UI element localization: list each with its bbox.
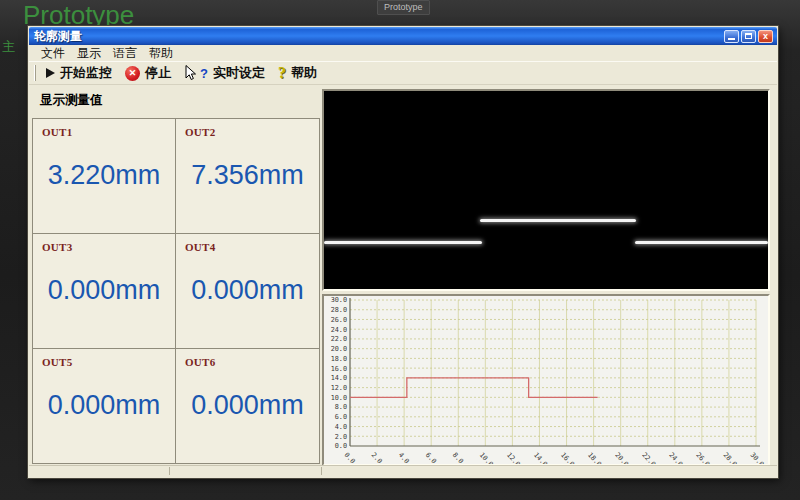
measurement-chart: 0.02.04.06.08.010.012.014.016.018.020.02… — [322, 294, 770, 466]
svg-text:28.0: 28.0 — [331, 306, 347, 314]
restore-button[interactable] — [741, 30, 756, 43]
svg-text:4.0: 4.0 — [335, 423, 347, 431]
svg-text:8.0: 8.0 — [335, 403, 347, 411]
svg-text:4.0: 4.0 — [397, 451, 411, 464]
svg-text:22.0: 22.0 — [640, 451, 657, 464]
play-icon — [46, 68, 55, 78]
panel-title: 显示测量值 — [32, 84, 320, 109]
window-controls: x — [724, 30, 777, 43]
menu-bar: 文件 显示 语言 帮助 — [29, 45, 777, 61]
svg-text:14.0: 14.0 — [331, 374, 347, 382]
minimize-icon — [728, 38, 735, 40]
start-monitoring-label: 开始监控 — [60, 64, 112, 82]
output-value: 0.000mm — [33, 368, 175, 463]
laser-line-segment — [480, 219, 635, 222]
svg-text:16.0: 16.0 — [559, 451, 576, 464]
output-label: OUT4 — [185, 241, 319, 253]
status-divider — [169, 467, 170, 475]
svg-text:28.0: 28.0 — [721, 451, 738, 464]
output-label: OUT5 — [42, 356, 175, 368]
svg-text:30.0: 30.0 — [331, 296, 347, 304]
svg-text:14.0: 14.0 — [532, 451, 549, 464]
svg-text:20.0: 20.0 — [331, 345, 347, 353]
window-titlebar[interactable]: 轮廓测量 x — [29, 27, 777, 45]
output-label: OUT3 — [42, 241, 175, 253]
desktop-partial-text: 主 — [2, 38, 15, 56]
menu-file[interactable]: 文件 — [35, 45, 71, 62]
output-cell-out3: OUT3 0.000mm — [33, 234, 175, 348]
laser-line-segment — [635, 241, 768, 244]
svg-text:30.0: 30.0 — [749, 451, 766, 464]
svg-text:8.0: 8.0 — [451, 451, 465, 464]
output-cell-out5: OUT5 0.000mm — [33, 349, 175, 463]
svg-text:0.0: 0.0 — [343, 451, 357, 464]
output-cell-out6: OUT6 0.000mm — [176, 349, 319, 463]
laser-line-segment — [324, 241, 482, 244]
cursor-icon — [184, 65, 198, 81]
start-monitoring-button[interactable]: 开始监控 — [46, 64, 112, 82]
help-button[interactable]: ? 帮助 — [278, 64, 317, 82]
prototype-taskbar-button[interactable]: Prototype — [377, 0, 430, 15]
output-label: OUT1 — [42, 126, 175, 138]
menu-language[interactable]: 语言 — [107, 45, 143, 62]
app-window: 轮廓测量 x 文件 显示 语言 帮助 开始监控 ✕ 停止 ? 实时设定 — [28, 26, 778, 478]
svg-text:18.0: 18.0 — [586, 451, 603, 464]
svg-text:26.0: 26.0 — [331, 316, 347, 324]
svg-text:10.0: 10.0 — [331, 394, 347, 402]
help-label: 帮助 — [291, 64, 317, 82]
help-icon: ? — [278, 64, 286, 82]
output-cell-out2: OUT2 7.356mm — [176, 119, 319, 233]
menu-help[interactable]: 帮助 — [143, 45, 179, 62]
svg-text:12.0: 12.0 — [331, 384, 347, 392]
stop-label: 停止 — [145, 64, 171, 82]
output-grid: OUT1 3.220mm OUT2 7.356mm OUT3 0.000mm O… — [32, 118, 320, 464]
minimize-button[interactable] — [724, 30, 739, 43]
output-value: 0.000mm — [176, 253, 319, 348]
svg-text:10.0: 10.0 — [478, 451, 495, 464]
svg-text:2.0: 2.0 — [370, 451, 384, 464]
window-title: 轮廓测量 — [29, 28, 724, 45]
output-cell-out4: OUT4 0.000mm — [176, 234, 319, 348]
svg-text:16.0: 16.0 — [331, 365, 347, 373]
svg-text:18.0: 18.0 — [331, 355, 347, 363]
svg-text:6.0: 6.0 — [335, 413, 347, 421]
svg-text:22.0: 22.0 — [331, 335, 347, 343]
stop-button[interactable]: ✕ 停止 — [125, 64, 171, 82]
svg-text:26.0: 26.0 — [694, 451, 711, 464]
realtime-settings-label: 实时设定 — [213, 64, 265, 82]
svg-text:2.0: 2.0 — [335, 433, 347, 441]
svg-text:6.0: 6.0 — [424, 451, 438, 464]
toolbar-grip-icon — [34, 65, 36, 81]
output-value: 7.356mm — [176, 138, 319, 233]
output-value: 3.220mm — [33, 138, 175, 233]
chart-svg: 0.02.04.06.08.010.012.014.016.018.020.02… — [324, 296, 768, 464]
context-help-icon: ? — [200, 66, 208, 81]
output-cell-out1: OUT1 3.220mm — [33, 119, 175, 233]
restore-icon — [745, 33, 752, 39]
svg-text:20.0: 20.0 — [613, 451, 630, 464]
svg-text:24.0: 24.0 — [331, 326, 347, 334]
svg-text:24.0: 24.0 — [667, 451, 684, 464]
camera-profile-view — [322, 89, 770, 291]
status-divider — [321, 467, 322, 475]
output-value: 0.000mm — [176, 368, 319, 463]
realtime-settings-button[interactable]: ? 实时设定 — [184, 64, 265, 82]
tool-bar: 开始监控 ✕ 停止 ? 实时设定 ? 帮助 — [29, 61, 777, 85]
output-label: OUT6 — [185, 356, 319, 368]
menu-display[interactable]: 显示 — [71, 45, 107, 62]
close-button[interactable]: x — [758, 30, 773, 43]
measurement-panel: 显示测量值 OUT1 3.220mm OUT2 7.356mm OUT3 0.0… — [32, 84, 320, 464]
stop-icon: ✕ — [125, 66, 140, 81]
svg-text:12.0: 12.0 — [505, 451, 522, 464]
svg-text:0.0: 0.0 — [335, 442, 347, 450]
output-label: OUT2 — [185, 126, 319, 138]
output-value: 0.000mm — [33, 253, 175, 348]
status-bar — [29, 465, 777, 476]
